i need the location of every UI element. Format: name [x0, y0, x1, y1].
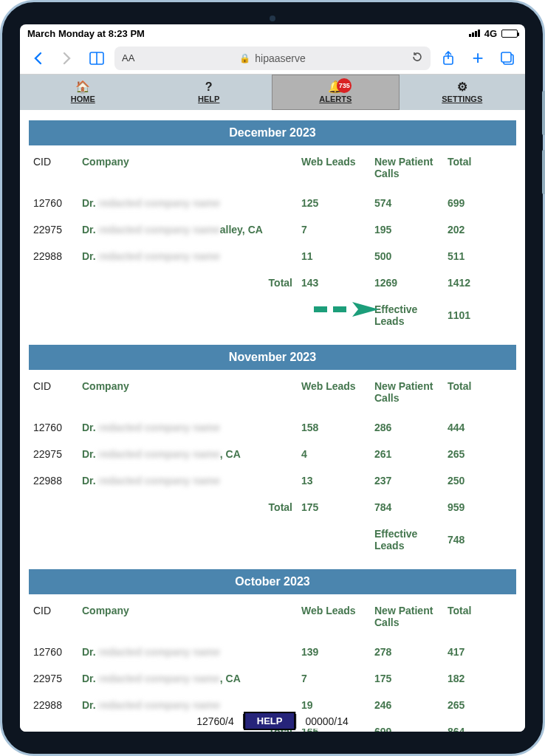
- month-header: October 2023: [29, 569, 516, 594]
- url-text: hipaaserve: [255, 52, 306, 64]
- browser-toolbar: AA 🔒 hipaaserve +: [20, 42, 525, 75]
- cell-calls: 286: [370, 414, 443, 441]
- month-block: October 2023 CID Company Web Leads New P…: [29, 569, 516, 732]
- effective-row: Effective Leads 748: [29, 520, 516, 559]
- col-total: Total: [443, 594, 516, 639]
- col-cid: CID: [29, 145, 78, 190]
- nav-home[interactable]: 🏠 HOME: [20, 75, 146, 110]
- share-button[interactable]: [436, 47, 460, 70]
- cell-calls: 175: [370, 665, 443, 692]
- cell-calls: 237: [370, 467, 443, 494]
- cell-total: 265: [443, 692, 516, 718]
- leads-table: CID Company Web Leads New Patient Calls …: [29, 145, 516, 334]
- help-icon: ?: [205, 81, 213, 93]
- cell-cid: 22975: [29, 216, 78, 243]
- footer-left: 12760/4: [188, 714, 244, 729]
- refresh-button[interactable]: [411, 51, 423, 65]
- cell-total: 444: [443, 414, 516, 441]
- month-block: November 2023 CID Company Web Leads New …: [29, 345, 516, 559]
- cell-cid: 12760: [29, 190, 78, 216]
- table-row[interactable]: 22975 Dr. redacted company name, CA 7 17…: [29, 665, 516, 692]
- cell-web: 11: [297, 243, 370, 269]
- cell-web: 13: [297, 467, 370, 494]
- back-button[interactable]: [26, 47, 49, 70]
- col-company: Company: [78, 145, 297, 190]
- cell-web: 7: [297, 216, 370, 243]
- cell-calls: 500: [370, 243, 443, 269]
- col-total: Total: [443, 145, 516, 190]
- bookmarks-button[interactable]: [85, 47, 109, 70]
- nav-help[interactable]: ? HELP: [146, 75, 272, 110]
- lock-icon: 🔒: [239, 53, 250, 63]
- effective-row: Effective Leads 1101: [29, 296, 516, 334]
- battery-icon: [501, 30, 518, 38]
- footer-help-button[interactable]: HELP: [244, 712, 296, 730]
- month-header: December 2023: [29, 120, 516, 145]
- nav-alerts[interactable]: 🔔 735 ALERTS: [272, 75, 400, 110]
- cell-calls: 278: [370, 639, 443, 665]
- leads-table: CID Company Web Leads New Patient Calls …: [29, 370, 516, 559]
- url-bar[interactable]: AA 🔒 hipaaserve: [114, 47, 431, 70]
- nav-settings[interactable]: ⚙ SETTINGS: [400, 75, 526, 110]
- forward-button[interactable]: [55, 47, 79, 70]
- svg-rect-4: [501, 52, 511, 62]
- totals-row: Total 175784959: [29, 494, 516, 520]
- cell-cid: 22975: [29, 441, 78, 467]
- arrow-icon: [312, 302, 379, 317]
- cell-total: 699: [443, 190, 516, 216]
- signal-bars-icon: [469, 30, 480, 37]
- table-row[interactable]: 22988 Dr. redacted company name 11 500 5…: [29, 243, 516, 269]
- col-web: Web Leads: [297, 594, 370, 639]
- cell-calls: 246: [370, 692, 443, 718]
- col-cid: CID: [29, 370, 78, 414]
- cell-web: 158: [297, 414, 370, 441]
- tabs-button[interactable]: [496, 47, 519, 70]
- cell-company: Dr. redacted company namealley, CA: [78, 216, 297, 243]
- alerts-badge: 735: [337, 78, 352, 93]
- cell-company: Dr. redacted company name, CA: [78, 665, 297, 692]
- col-company: Company: [78, 594, 297, 639]
- cell-cid: 22975: [29, 665, 78, 692]
- table-row[interactable]: 12760 Dr. redacted company name 125 574 …: [29, 190, 516, 216]
- col-calls: New Patient Calls: [370, 594, 443, 639]
- cell-calls: 574: [370, 190, 443, 216]
- cell-company: Dr. redacted company name: [78, 639, 297, 665]
- cell-total: 511: [443, 243, 516, 269]
- cell-cid: 22988: [29, 692, 78, 718]
- table-row[interactable]: 12760 Dr. redacted company name 158 286 …: [29, 414, 516, 441]
- cell-cid: 12760: [29, 414, 78, 441]
- cell-web: 4: [297, 441, 370, 467]
- cell-web: 7: [297, 665, 370, 692]
- text-size-button[interactable]: AA: [122, 52, 134, 63]
- home-icon: 🏠: [75, 81, 90, 93]
- col-calls: New Patient Calls: [370, 145, 443, 190]
- cell-calls: 195: [370, 216, 443, 243]
- table-row[interactable]: 22975 Dr. redacted company namealley, CA…: [29, 216, 516, 243]
- cell-web: 125: [297, 190, 370, 216]
- table-row[interactable]: 12760 Dr. redacted company name 139 278 …: [29, 639, 516, 665]
- col-total: Total: [443, 370, 516, 414]
- col-calls: New Patient Calls: [370, 370, 443, 414]
- footer-right: 00000/14: [295, 714, 357, 729]
- status-right: 4G: [469, 28, 518, 39]
- cell-cid: 22988: [29, 243, 78, 269]
- cell-total: 250: [443, 467, 516, 494]
- cell-total: 265: [443, 441, 516, 467]
- col-web: Web Leads: [297, 145, 370, 190]
- col-cid: CID: [29, 594, 78, 639]
- cell-calls: 261: [370, 441, 443, 467]
- cell-cid: 22988: [29, 467, 78, 494]
- gear-icon: ⚙: [457, 81, 467, 93]
- cell-company: Dr. redacted company name: [78, 414, 297, 441]
- new-tab-button[interactable]: +: [466, 47, 490, 70]
- content-area[interactable]: December 2023 CID Company Web Leads New …: [20, 110, 525, 732]
- col-company: Company: [78, 370, 297, 414]
- status-bar: March Monday at 8:23 PM 4G: [20, 24, 525, 42]
- table-row[interactable]: 22975 Dr. redacted company name, CA 4 26…: [29, 441, 516, 467]
- app-nav: 🏠 HOME ? HELP 🔔 735 ALERTS ⚙ SETTINGS: [20, 75, 525, 110]
- cell-company: Dr. redacted company name: [78, 467, 297, 494]
- cell-total: 417: [443, 639, 516, 665]
- table-row[interactable]: 22988 Dr. redacted company name 13 237 2…: [29, 467, 516, 494]
- totals-row: Total 14312691412: [29, 269, 516, 296]
- cell-company: Dr. redacted company name: [78, 190, 297, 216]
